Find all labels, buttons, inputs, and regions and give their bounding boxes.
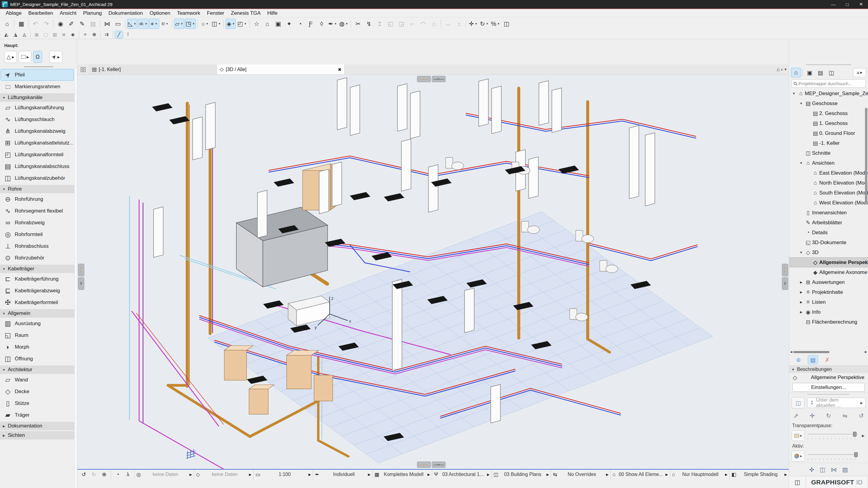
tool-duct-branch[interactable]: ⋔Lüftungskanalabzweig bbox=[1, 125, 74, 137]
tree-item-projektinhalte[interactable]: ▶≡Projektinhalte bbox=[789, 287, 868, 297]
tool-opening[interactable]: ◫Öffnung bbox=[1, 353, 74, 365]
tree-item-allgemeine-axonome[interactable]: ◆Allgemeine Axonome bbox=[789, 267, 868, 277]
key-button[interactable]: ✦ bbox=[284, 19, 294, 29]
settings-button[interactable]: Einstellungen... bbox=[793, 383, 865, 392]
move-button[interactable]: ✛▼ bbox=[468, 19, 478, 29]
menu-teamwork[interactable]: Teamwork bbox=[174, 9, 204, 17]
tool-pipe-accessory[interactable]: ⊙Rohrzubehör bbox=[1, 252, 74, 264]
magnet-snap-button[interactable]: Ω bbox=[33, 51, 42, 63]
tree-item-2-geschoss[interactable]: ▤2. Geschoss bbox=[789, 109, 868, 118]
tool-morph[interactable]: ◗Morph bbox=[1, 341, 74, 353]
tree-item-north-elevation-mod[interactable]: ⌂North Elevation (Mod bbox=[789, 178, 868, 188]
mirror-viewpoint-button[interactable]: ⇋ bbox=[842, 412, 847, 419]
ghost-copy-button[interactable]: ◫▼ bbox=[211, 19, 222, 29]
minimize-button[interactable]: — bbox=[827, 0, 840, 8]
figure-origin-button[interactable]: ○▼ bbox=[200, 19, 210, 29]
tree-item-listen[interactable]: ▶≡Listen bbox=[789, 297, 868, 307]
align-button[interactable]: ⇉ bbox=[102, 31, 111, 38]
caret-right-icon[interactable]: ▶ bbox=[798, 281, 804, 284]
scale-status-dropdown[interactable]: ▭1:100▶ bbox=[253, 470, 313, 479]
tree-vertical-scrollbar[interactable] bbox=[865, 108, 867, 204]
partial-structure-status-dropdown[interactable]: ▦Komplettes Modell▶ bbox=[372, 470, 432, 479]
menu-zenesis-tga[interactable]: Zenesis TGA bbox=[227, 9, 264, 17]
view-3d-perspective-button[interactable]: ◭ bbox=[2, 31, 10, 38]
tree-item-fl-chenberechnung[interactable]: ⊟Flächenberechnung bbox=[789, 317, 868, 327]
constraint-button[interactable]: ⋈ bbox=[102, 19, 112, 29]
caret-right-icon[interactable]: ▶ bbox=[798, 300, 804, 304]
tool-duct-fitting[interactable]: ◰Lüftungskanalformteil bbox=[1, 149, 74, 160]
menu-hilfe[interactable]: Hilfe bbox=[264, 9, 281, 17]
trace-color-button[interactable]: ▶ bbox=[792, 430, 805, 441]
caret-down-icon[interactable]: ▼ bbox=[791, 92, 797, 95]
graphisoft-id-button[interactable]: GRAPHISOFT ID bbox=[806, 476, 868, 488]
pick-up-parameters-button[interactable]: ✐ bbox=[66, 19, 76, 29]
active-slider[interactable] bbox=[807, 452, 858, 461]
tool-marquee[interactable]: Markierungsrahmen bbox=[1, 81, 74, 92]
tool-cable-tray-fitting[interactable]: ✠Kabelträgerformteil bbox=[1, 297, 74, 308]
palette-section-architektur[interactable]: ▼Architektur bbox=[0, 365, 74, 374]
tool-column[interactable]: ▯Stütze bbox=[1, 397, 74, 409]
corner-button[interactable]: ⌐ bbox=[407, 19, 417, 29]
pane-split-scissors-button[interactable]: ✂ bbox=[782, 277, 788, 290]
tool-pipe-routing[interactable]: ⊖Rohrführung bbox=[1, 193, 74, 205]
tool-duct-accessory[interactable]: ◫Lüftungskanalzubehör bbox=[1, 172, 74, 184]
inject-parameters-button[interactable]: ✎ bbox=[77, 19, 87, 29]
transfer-settings-button[interactable]: ▨ bbox=[88, 19, 98, 29]
tree-item-south-elevation-mod[interactable]: ⌂South Elevation (Mod bbox=[789, 188, 868, 198]
layer-combination-status-dropdown[interactable]: ◫03 Building Plans▶ bbox=[491, 470, 551, 479]
pane-split-scissors-button[interactable]: —✂— bbox=[432, 76, 445, 82]
menu-fenster[interactable]: Fenster bbox=[204, 9, 227, 17]
palette-section-l-ftungskan-le[interactable]: ▼Lüftungskanäle bbox=[0, 93, 74, 102]
menu-bearbeiten[interactable]: Bearbeiten bbox=[25, 9, 56, 17]
pane-divider-button[interactable]: ‒ ‒ ‒ bbox=[417, 76, 431, 82]
navigator-menu-button[interactable]: ≡▶ bbox=[853, 68, 866, 77]
north-symbol-button[interactable]: ◍▼ bbox=[338, 19, 349, 29]
graphic-override-status-dropdown[interactable]: ⇆No Overrides▶ bbox=[551, 470, 610, 479]
more-options-icon[interactable]: ▶ bbox=[861, 434, 866, 438]
orbit-mode-button[interactable]: ◔ bbox=[113, 470, 123, 479]
tool-slab[interactable]: ◇Decke bbox=[1, 386, 74, 397]
maximize-button[interactable]: □ bbox=[840, 0, 854, 8]
fillet-button[interactable]: ◠ bbox=[418, 19, 428, 29]
previous-view-button[interactable]: ↺ bbox=[79, 470, 89, 479]
pen-sets-button[interactable]: ✒▼ bbox=[327, 19, 338, 29]
undo-button[interactable]: ↶ bbox=[30, 19, 41, 29]
tool-flexible-duct[interactable]: ∿Lüftungsschlauch bbox=[1, 114, 74, 125]
menu-optionen[interactable]: Optionen bbox=[146, 9, 174, 17]
tab-3d-alle[interactable]: ◇ [3D / Alle] ✖ bbox=[217, 64, 345, 74]
coordinate-input-button[interactable]: ⌖▼ bbox=[149, 19, 159, 29]
delete-viewpoint-button[interactable]: ✗ bbox=[822, 355, 833, 364]
tree-item-west-elevation-mode[interactable]: ⌂West Elevation (Mode bbox=[789, 198, 868, 208]
3d-viewport[interactable]: zxy ‒ ‒ ‒ —✂— ‒ ‒ ‒ —✂— ‒ ‒ ✂ ‒ ‒ bbox=[78, 75, 789, 469]
tree-item-3d[interactable]: ▼◇3D bbox=[789, 247, 868, 257]
tree-item-details[interactable]: ◔Details bbox=[789, 227, 868, 238]
tree-item-geschosse[interactable]: ▼▤Geschosse bbox=[789, 98, 868, 109]
tool-duct-routing[interactable]: ▱Lüftungskanalführung bbox=[1, 102, 74, 114]
rotate-button[interactable]: ↻▼ bbox=[479, 19, 490, 29]
hatch-mode-button[interactable]: ▨ bbox=[842, 466, 848, 473]
viewpoint-settings-button[interactable]: ▤ bbox=[808, 355, 818, 364]
close-button[interactable]: ✕ bbox=[854, 0, 868, 8]
split-button[interactable]: ✂ bbox=[353, 19, 363, 29]
clone-viewpoint-button[interactable]: ◫ bbox=[792, 397, 805, 408]
palette-section-kabeltr-ger[interactable]: ▼Kabelträger bbox=[0, 265, 74, 273]
menu-ansicht[interactable]: Ansicht bbox=[56, 9, 80, 17]
snap-guides-button[interactable]: ≐▼ bbox=[138, 19, 149, 29]
label-button[interactable]: ◊ bbox=[316, 19, 327, 29]
viewpoint-chooser-button[interactable]: ⌂≡ ▼ bbox=[776, 64, 789, 74]
dimension-horizontal-button[interactable]: ↔ bbox=[443, 19, 453, 29]
view-3d-axonometry-button[interactable]: ◮ bbox=[11, 31, 20, 38]
guide-lines-button[interactable]: ◺▼ bbox=[127, 19, 137, 29]
transparency-slider[interactable] bbox=[807, 431, 858, 440]
tree-item-0-ground-floor[interactable]: ▤0. Ground Floor bbox=[789, 128, 868, 138]
active-color-button[interactable]: ▶ bbox=[792, 451, 805, 461]
resize-button[interactable]: ◲ bbox=[396, 19, 406, 29]
menu-dokumentation[interactable]: Dokumentation bbox=[105, 9, 146, 17]
grab-mode-button[interactable]: ✜ bbox=[809, 466, 814, 473]
tab-keller[interactable]: ▤ [-1. Keller] bbox=[89, 64, 217, 74]
tool-flexible-pipe[interactable]: ∿Rohrsegment flexibel bbox=[1, 205, 74, 217]
palette-section-sichten[interactable]: ▶Sichten bbox=[0, 431, 74, 439]
3d-cutaway-button[interactable]: ◰▼ bbox=[236, 19, 247, 29]
explore-mode-button[interactable]: λ bbox=[123, 470, 133, 479]
new-viewpoint-button[interactable]: ⊕ bbox=[793, 355, 804, 364]
